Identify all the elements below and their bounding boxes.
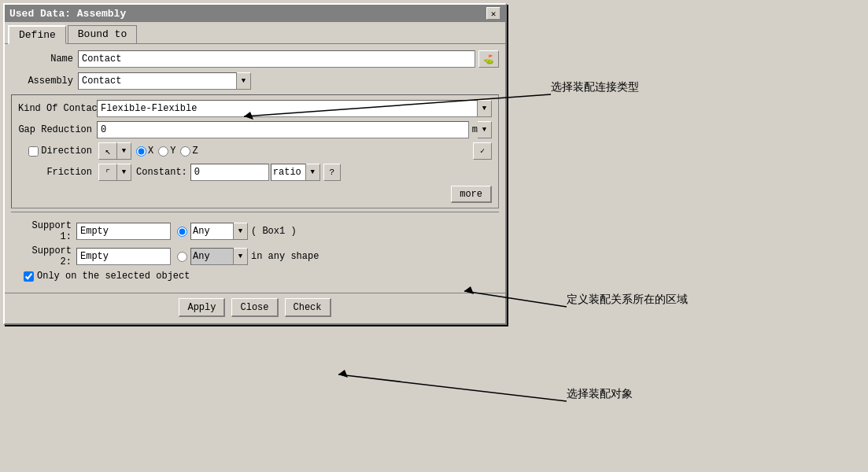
assembly-label: Assembly [11, 76, 78, 87]
assembly-row: Assembly ▼ [11, 72, 499, 90]
dialog-title: Used Data: Assembly [9, 8, 126, 20]
link-icon: ✓ [480, 146, 485, 156]
kind-input[interactable] [97, 100, 478, 117]
direction-dropdown-arrow[interactable]: ▼ [117, 142, 131, 160]
friction-row: Friction ⌜ ▼ Constant: ▼ ? [18, 164, 492, 181]
dialog-window: Used Data: Assembly ✕ Define Bound to Na… [3, 3, 507, 325]
dialog-content: Name ⛳ Assembly ▼ Kind Of Contact ▼ [5, 44, 505, 293]
support1-row: Support 1: ▼ ( Box1 ) [17, 220, 493, 242]
assembly-input[interactable] [78, 72, 237, 90]
annotation-text-3: 选择装配对象 [567, 388, 633, 400]
gap-unit: m [472, 124, 478, 135]
svg-marker-5 [338, 370, 348, 378]
assembly-dropdown-arrow[interactable]: ▼ [237, 72, 251, 90]
direction-checkbox-label: Direction [18, 146, 97, 157]
name-row: Name ⛳ [11, 50, 499, 68]
more-button[interactable]: more [451, 186, 492, 203]
only-row: Only on the selected object [17, 271, 493, 282]
friction-input[interactable] [190, 164, 269, 181]
more-row: more [18, 186, 492, 203]
gap-reduction-label: Gap Reduction [18, 124, 97, 135]
tab-define[interactable]: Define [8, 25, 66, 44]
support2-label: Support 2: [17, 245, 76, 267]
support1-radio[interactable] [177, 227, 187, 237]
friction-label: Friction [18, 167, 97, 178]
link-icon-button[interactable]: ✓ [473, 142, 492, 160]
support2-row: Support 2: ▼ in any shape [17, 245, 493, 267]
only-checkbox[interactable] [24, 271, 34, 282]
direction-radio-group: X Y Z [136, 146, 473, 157]
radio-z-label[interactable]: Z [180, 146, 198, 157]
annotation-text-2: 定义装配关系所在的区域 [567, 293, 688, 305]
radio-y-label[interactable]: Y [158, 146, 175, 157]
svg-line-2 [338, 374, 567, 401]
support1-dropdown-arrow[interactable]: ▼ [234, 223, 248, 240]
direction-icon: ↖ [105, 146, 110, 157]
kind-select-wrapper: ▼ [97, 100, 492, 117]
question-icon: ? [330, 168, 335, 177]
support1-box-text: ( Box1 ) [251, 226, 297, 237]
constant-label: Constant: [136, 167, 187, 178]
support-section: Support 1: ▼ ( Box1 ) Support 2: ▼ in an [11, 216, 499, 286]
support2-dropdown-arrow[interactable]: ▼ [234, 248, 248, 265]
close-button-bottom[interactable]: Close [231, 298, 278, 317]
radio-x-label[interactable]: X [136, 146, 153, 157]
support1-input[interactable] [76, 223, 171, 240]
kind-of-contact-row: Kind Of Contact ▼ [18, 100, 492, 117]
contact-properties-box: Kind Of Contact ▼ Gap Reduction m ▼ Dire… [11, 94, 499, 208]
close-button[interactable]: ✕ [486, 7, 500, 20]
direction-row: Direction ↖ ▼ X Y [18, 142, 492, 160]
only-label-text: Only on the selected object [37, 271, 190, 282]
kind-dropdown-arrow[interactable]: ▼ [478, 100, 492, 117]
title-bar: Used Data: Assembly ✕ [5, 5, 505, 22]
tab-bar: Define Bound to [5, 22, 505, 44]
direction-label-text: Direction [41, 146, 92, 157]
bottom-buttons: Apply Close Check [5, 293, 505, 323]
support2-shape-text: in any shape [251, 251, 319, 262]
name-input[interactable] [78, 50, 475, 68]
check-button[interactable]: Check [285, 298, 331, 317]
apply-button[interactable]: Apply [179, 298, 225, 317]
name-icon-button[interactable]: ⛳ [478, 50, 499, 68]
question-button[interactable]: ? [323, 164, 341, 181]
support2-select-wrap: ▼ [190, 248, 248, 265]
radio-x[interactable] [136, 146, 146, 157]
support2-input[interactable] [76, 248, 171, 265]
support2-any-input[interactable] [190, 248, 234, 265]
support1-label: Support 1: [17, 220, 76, 242]
gap-unit-dropdown[interactable]: ▼ [478, 121, 492, 138]
divider [11, 212, 499, 212]
support2-radio[interactable] [177, 252, 187, 262]
direction-checkbox[interactable] [28, 146, 39, 157]
tab-bound-to[interactable]: Bound to [68, 25, 137, 43]
support1-any-input[interactable] [190, 223, 234, 240]
direction-icon-button[interactable]: ↖ [98, 142, 117, 160]
friction-input-wrap: Constant: ▼ ? [136, 164, 492, 181]
name-label: Name [11, 53, 78, 65]
friction-icon-button[interactable]: ⌜ [98, 164, 117, 181]
annotation-text-1: 选择装配连接类型 [551, 81, 639, 93]
pin-icon: ⛳ [483, 54, 494, 65]
radio-z[interactable] [180, 146, 190, 157]
assembly-dropdown: ▼ [78, 72, 251, 90]
friction-dropdown-arrow[interactable]: ▼ [117, 164, 131, 181]
ratio-dropdown-arrow[interactable]: ▼ [306, 164, 320, 181]
gap-reduction-row: Gap Reduction m ▼ [18, 121, 492, 138]
friction-icon: ⌜ [105, 167, 110, 179]
radio-y[interactable] [158, 146, 168, 157]
ratio-wrap: ▼ [269, 164, 320, 181]
gap-reduction-input[interactable] [97, 121, 469, 138]
kind-label: Kind Of Contact [18, 103, 97, 114]
ratio-input[interactable] [271, 164, 306, 181]
support1-select-wrap: ▼ [190, 223, 248, 240]
